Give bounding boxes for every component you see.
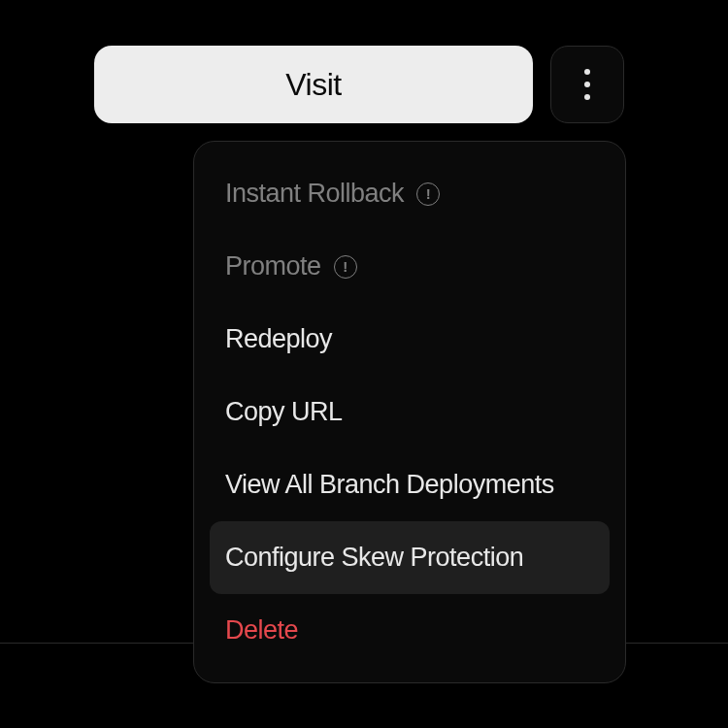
more-actions-button[interactable] [550, 46, 624, 123]
menu-item-label: Promote [225, 251, 321, 281]
menu-item-copy-url[interactable]: Copy URL [210, 376, 610, 448]
top-bar: Visit [94, 46, 624, 123]
menu-item-label: Copy URL [225, 397, 343, 427]
menu-item-delete[interactable]: Delete [210, 594, 610, 667]
menu-item-instant-rollback: Instant Rollback [210, 157, 610, 230]
menu-item-label: Instant Rollback [225, 179, 404, 209]
menu-item-configure-skew-protection[interactable]: Configure Skew Protection [210, 521, 610, 594]
alert-circle-icon [416, 182, 440, 206]
menu-item-label: Delete [225, 615, 298, 645]
alert-circle-icon [334, 255, 357, 279]
more-vertical-icon [584, 69, 590, 100]
menu-item-view-deployments[interactable]: View All Branch Deployments [210, 448, 610, 521]
menu-item-label: View All Branch Deployments [225, 470, 554, 500]
actions-dropdown-menu: Instant Rollback Promote Redeploy Copy U… [193, 141, 626, 683]
menu-item-redeploy[interactable]: Redeploy [210, 303, 610, 376]
menu-item-label: Configure Skew Protection [225, 543, 523, 573]
menu-item-label: Redeploy [225, 324, 332, 354]
visit-button[interactable]: Visit [94, 46, 533, 123]
menu-item-promote: Promote [210, 230, 610, 303]
